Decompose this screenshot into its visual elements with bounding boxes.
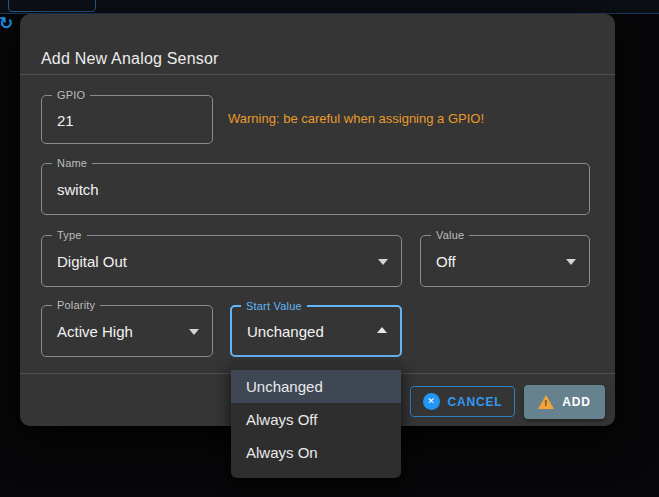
- type-selected-value: Digital Out: [57, 253, 127, 270]
- gpio-warning-text: Warning: be careful when assigning a GPI…: [228, 111, 484, 126]
- name-field[interactable]: Name switch: [41, 163, 590, 215]
- title-divider: [20, 74, 615, 75]
- refresh-icon[interactable]: ↻: [0, 13, 13, 34]
- type-label: Type: [52, 229, 87, 242]
- gpio-input[interactable]: 21: [57, 111, 74, 128]
- chevron-down-icon: [189, 329, 199, 335]
- gpio-field[interactable]: GPIO 21: [41, 95, 213, 144]
- add-button-label: ADD: [562, 395, 590, 409]
- name-input[interactable]: switch: [57, 181, 99, 198]
- start-value-label: Start Value: [241, 300, 307, 313]
- menu-option-unchanged[interactable]: Unchanged: [231, 370, 401, 403]
- polarity-label: Polarity: [52, 299, 100, 312]
- polarity-selected-value: Active High: [57, 323, 133, 340]
- polarity-select[interactable]: Polarity Active High: [41, 305, 213, 357]
- type-select[interactable]: Type Digital Out: [41, 235, 402, 287]
- menu-option-always-on[interactable]: Always On: [231, 436, 401, 469]
- start-value-menu: Unchanged Always Off Always On: [231, 363, 401, 478]
- screen: ↻ Add New Analog Sensor GPIO 21 Warning:…: [0, 0, 659, 497]
- menu-option-always-off[interactable]: Always Off: [231, 403, 401, 436]
- cancel-circle-icon: ✕: [423, 393, 440, 410]
- chevron-down-icon: [378, 259, 388, 265]
- cancel-button[interactable]: ✕ CANCEL: [410, 386, 515, 417]
- background-partial-button[interactable]: [8, 0, 96, 12]
- chevron-up-icon: [377, 327, 387, 333]
- warning-triangle-icon: !: [538, 395, 554, 409]
- value-select[interactable]: Value Off: [420, 235, 590, 287]
- gpio-label: GPIO: [52, 89, 90, 102]
- start-value-selected-value: Unchanged: [247, 323, 324, 340]
- name-label: Name: [52, 157, 92, 170]
- start-value-select[interactable]: Start Value Unchanged: [230, 305, 402, 357]
- chevron-down-icon: [566, 259, 576, 265]
- value-label: Value: [431, 229, 469, 242]
- add-button[interactable]: ! ADD: [524, 385, 605, 419]
- cancel-button-label: CANCEL: [448, 395, 503, 409]
- background-topbar: [0, 0, 659, 14]
- value-selected-value: Off: [436, 253, 456, 270]
- dialog-title: Add New Analog Sensor: [41, 50, 219, 68]
